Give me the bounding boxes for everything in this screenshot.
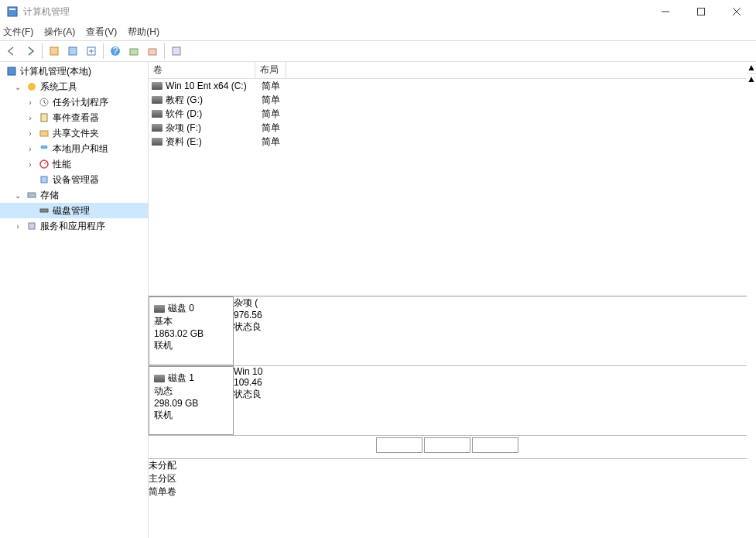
actions-pane-collapsed: ▲ ▲ xyxy=(747,62,756,538)
content-panel: 卷 布局 Win 10 Ent x64 (C:)简单 教程 (G:)简单 软件 … xyxy=(149,62,747,538)
volume-row[interactable]: Win 10 Ent x64 (C:)简单 xyxy=(149,79,747,93)
svg-rect-7 xyxy=(69,47,77,55)
svg-point-15 xyxy=(28,83,36,91)
volume-row[interactable]: 杂项 (F:)简单 xyxy=(149,121,747,135)
tree-shared-folders[interactable]: › 共享文件夹 xyxy=(0,125,148,141)
tools-icon xyxy=(26,81,38,93)
volume-icon xyxy=(152,138,162,146)
disk-row-0[interactable]: 磁盘 0 基本 1863.02 GB 联机 杂项 ( 976.56 状态良 xyxy=(149,296,747,366)
expand-icon[interactable]: › xyxy=(25,114,36,122)
svg-rect-24 xyxy=(40,209,48,212)
maximize-button[interactable] xyxy=(683,0,719,23)
svg-rect-18 xyxy=(40,131,48,136)
volume-list: Win 10 Ent x64 (C:)简单 教程 (G:)简单 软件 (D:)简… xyxy=(149,79,747,296)
svg-rect-13 xyxy=(173,47,180,55)
window-title: 计算机管理 xyxy=(23,5,648,19)
menu-view[interactable]: 查看(V) xyxy=(86,26,117,39)
device-icon xyxy=(38,173,50,186)
volume-icon xyxy=(152,110,162,118)
tree-local-users[interactable]: › 本地用户和组 xyxy=(0,141,148,156)
svg-rect-0 xyxy=(8,7,17,16)
menu-action[interactable]: 操作(A) xyxy=(44,26,75,39)
tree-event-viewer[interactable]: › 事件查看器 xyxy=(0,110,148,125)
folder-share-icon xyxy=(38,127,50,139)
col-layout[interactable]: 布局 xyxy=(255,62,286,78)
tree-disk-management[interactable]: 磁盘管理 xyxy=(0,203,148,218)
window-titlebar: 计算机管理 xyxy=(0,0,756,23)
menu-file[interactable]: 文件(F) xyxy=(3,26,33,39)
tool-icon-4[interactable] xyxy=(144,43,161,60)
expand-icon[interactable]: › xyxy=(25,98,36,107)
svg-rect-17 xyxy=(41,114,47,122)
volume-row[interactable]: 资料 (E:)简单 xyxy=(149,135,747,149)
volume-icon xyxy=(152,96,162,104)
expand-icon[interactable]: › xyxy=(25,160,36,169)
disk-0-partition-0[interactable]: 杂项 ( 976.56 状态良 xyxy=(234,296,277,334)
computer-icon xyxy=(5,65,18,77)
expand-actions-button-2[interactable]: ▲ xyxy=(747,73,756,84)
expand-actions-button[interactable]: ▲ xyxy=(747,62,756,73)
tool-icon-5[interactable] xyxy=(168,43,185,60)
menubar: 文件(F) 操作(A) 查看(V) 帮助(H) xyxy=(0,23,756,40)
unallocated-region[interactable] xyxy=(376,437,422,453)
services-icon xyxy=(26,220,38,232)
menu-help[interactable]: 帮助(H) xyxy=(128,26,159,39)
performance-icon xyxy=(38,158,50,170)
tree-system-tools[interactable]: ⌄ 系统工具 xyxy=(0,79,148,94)
toolbar: ? xyxy=(0,40,756,62)
refresh-button[interactable] xyxy=(83,43,100,60)
disk-1-info: 磁盘 1 动态 298.09 GB 联机 xyxy=(149,366,234,435)
expand-icon[interactable]: › xyxy=(25,129,36,138)
expand-icon[interactable]: › xyxy=(25,145,36,153)
svg-rect-22 xyxy=(41,176,47,183)
volume-row[interactable]: 教程 (G:)简单 xyxy=(149,93,747,107)
clock-icon xyxy=(38,96,50,108)
volume-list-header: 卷 布局 xyxy=(149,62,747,79)
collapse-icon[interactable]: ⌄ xyxy=(12,191,23,200)
disk-row-extra xyxy=(149,436,747,459)
disk-legend: 未分配 主分区 简单卷 xyxy=(149,459,747,499)
tree-device-manager[interactable]: 设备管理器 xyxy=(0,172,148,187)
empty-region[interactable] xyxy=(424,437,470,453)
app-icon xyxy=(6,5,19,18)
svg-rect-3 xyxy=(698,9,705,15)
svg-rect-12 xyxy=(149,49,156,55)
tree-services[interactable]: › 服务和应用程序 xyxy=(0,218,148,234)
close-button[interactable] xyxy=(719,0,754,23)
svg-point-20 xyxy=(44,146,48,149)
svg-rect-14 xyxy=(8,67,15,75)
svg-rect-1 xyxy=(9,9,15,10)
tool-icon-1[interactable] xyxy=(46,43,63,60)
disk-row-1[interactable]: 磁盘 1 动态 298.09 GB 联机 Win 10 109.46 状态良 xyxy=(149,366,747,436)
svg-rect-23 xyxy=(28,193,36,197)
back-button[interactable] xyxy=(3,43,20,60)
tree-storage[interactable]: ⌄ 存储 xyxy=(0,187,148,203)
forward-button[interactable] xyxy=(22,43,39,60)
disk-1-partition-0[interactable]: Win 10 109.46 状态良 xyxy=(234,366,277,401)
tree-task-scheduler[interactable]: › 任务计划程序 xyxy=(0,94,148,110)
disk-icon xyxy=(38,204,50,217)
empty-region[interactable] xyxy=(472,437,518,453)
tree-root[interactable]: 计算机管理(本地) xyxy=(0,63,148,79)
volume-icon xyxy=(152,124,162,132)
tree-performance[interactable]: › 性能 xyxy=(0,156,148,172)
disk-graphical-view: 磁盘 0 基本 1863.02 GB 联机 杂项 ( 976.56 状态良 磁盘… xyxy=(149,296,747,459)
expand-icon[interactable]: › xyxy=(12,222,23,231)
disk-0-info: 磁盘 0 基本 1863.02 GB 联机 xyxy=(149,296,234,365)
navigation-tree: 计算机管理(本地) ⌄ 系统工具 › 任务计划程序 › 事件查看器 › 共享文件… xyxy=(0,62,149,538)
svg-rect-6 xyxy=(50,47,58,55)
collapse-icon[interactable]: ⌄ xyxy=(12,83,23,91)
svg-rect-11 xyxy=(130,49,138,55)
tool-icon-2[interactable] xyxy=(64,43,81,60)
svg-rect-25 xyxy=(29,223,35,229)
volume-row[interactable]: 软件 (D:)简单 xyxy=(149,107,747,121)
volume-icon xyxy=(152,82,162,90)
tool-icon-3[interactable] xyxy=(125,43,142,60)
minimize-button[interactable] xyxy=(648,0,683,23)
storage-icon xyxy=(26,189,38,201)
event-icon xyxy=(38,111,50,124)
users-icon xyxy=(38,142,50,155)
svg-text:?: ? xyxy=(113,46,118,57)
col-volume[interactable]: 卷 xyxy=(149,62,255,78)
help-button[interactable]: ? xyxy=(107,43,124,60)
